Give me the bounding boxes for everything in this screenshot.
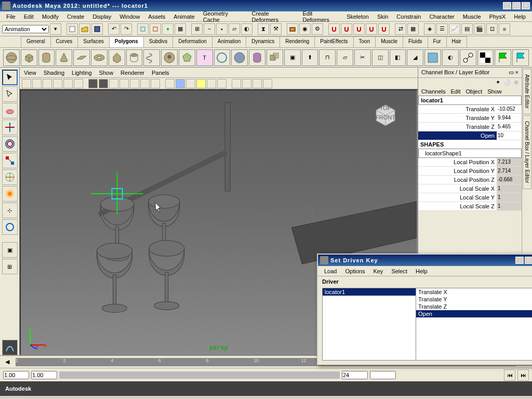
select-comp-icon[interactable] (162, 23, 174, 35)
close-panel-icon[interactable]: × (515, 69, 518, 75)
vp-shaded-icon[interactable] (176, 79, 185, 88)
vp-select-cam-icon[interactable] (22, 79, 31, 88)
show-manip-tool[interactable]: ⊹ (2, 203, 18, 218)
select-obj-icon[interactable] (150, 23, 161, 35)
universal-tool[interactable] (2, 169, 18, 185)
split-icon[interactable]: ✂ (354, 49, 371, 66)
vp-wireframe-icon[interactable] (165, 79, 175, 88)
dropdown-icon[interactable]: ▾ (50, 23, 61, 35)
select-tool[interactable] (2, 70, 18, 85)
poly-plane-icon[interactable] (73, 49, 90, 66)
channel-row[interactable]: Local Scale Z1 (418, 202, 522, 211)
move-tool[interactable] (2, 119, 18, 135)
vp-grease-icon[interactable] (74, 79, 83, 88)
menu-assets[interactable]: Assets (144, 12, 169, 21)
hyperbolic-icon[interactable]: ⊕ (514, 79, 518, 86)
channel-row[interactable]: Translate Y9.944 (418, 114, 522, 123)
poly-cylinder2-icon[interactable] (249, 49, 265, 66)
sdk-driver-item[interactable]: locator1 (323, 288, 416, 296)
construction-icon[interactable]: ⚒ (270, 23, 282, 35)
new-scene-icon[interactable] (66, 23, 78, 35)
open-icon[interactable] (79, 23, 90, 35)
sdk-menu-select[interactable]: Select (387, 267, 411, 275)
snap-plane-icon[interactable]: ▱ (229, 23, 240, 35)
mask-icon[interactable]: ▦ (175, 23, 186, 35)
redo-icon[interactable]: ↷ (121, 23, 132, 35)
sdk-menu-help[interactable]: Help (411, 267, 432, 275)
menu-constrain[interactable]: Constrain (392, 12, 425, 21)
select-hier-icon[interactable] (137, 23, 149, 35)
channel-row[interactable]: Local Position X7.213 (418, 158, 522, 167)
menu-skin[interactable]: Skin (373, 12, 392, 21)
range-min-field[interactable] (31, 371, 57, 379)
range-max-field[interactable] (342, 371, 368, 379)
bridge-icon[interactable]: ⊓ (319, 49, 336, 66)
maximize-button[interactable]: □ (512, 2, 521, 9)
undock-icon[interactable]: ▭ (509, 69, 514, 75)
poly-sphere-icon[interactable] (3, 49, 20, 66)
play-start-icon[interactable]: ⏮ (504, 369, 515, 381)
sdk-attr-item[interactable]: Translate Z (416, 303, 532, 310)
play-end-icon[interactable]: ⏭ (517, 369, 529, 381)
minimize-button[interactable]: _ (503, 2, 511, 9)
menu-file[interactable]: File (2, 12, 20, 21)
vp-isolate-icon[interactable] (232, 79, 241, 88)
shelf-tab-fur[interactable]: Fur (428, 36, 447, 47)
range-bar[interactable] (59, 371, 340, 379)
layout-icon[interactable]: ▦ (407, 23, 419, 35)
snap-grid-icon[interactable]: ⊞ (191, 23, 203, 35)
snap-point-icon[interactable]: • (216, 23, 228, 35)
shelf-tab-fluids[interactable]: Fluids (403, 36, 428, 47)
manip-icon[interactable]: ✦ (496, 79, 500, 86)
hypershade-icon[interactable]: ◈ (424, 23, 435, 35)
outliner-icon[interactable]: ☰ (436, 23, 448, 35)
clip-icon[interactable]: 🎬 (474, 23, 485, 35)
sdk-attr-list[interactable]: Translate XTranslate YTranslate ZOpen (416, 288, 532, 360)
sculpt-icon[interactable] (214, 49, 231, 66)
sdk-menu-key[interactable]: Key (369, 267, 387, 275)
menu-create[interactable]: Create (63, 12, 88, 21)
view-cube[interactable]: TOP FRONT (370, 101, 401, 127)
speed-icon[interactable]: ⚪ (503, 79, 511, 86)
poly-pipe-icon[interactable] (126, 49, 143, 66)
shelf-tab-toon[interactable]: Toon (353, 36, 376, 47)
flag2-icon[interactable] (512, 49, 529, 66)
shelf-tab-rendering[interactable]: Rendering (280, 36, 315, 47)
view-menu-view[interactable]: View (24, 70, 36, 76)
four-view-icon[interactable]: ⊞ (2, 259, 18, 274)
poly-cube-icon[interactable] (21, 49, 37, 66)
sdk-attr-item[interactable]: Open (416, 310, 532, 317)
lasso-tool[interactable] (2, 86, 18, 102)
channel-object-name[interactable]: locator1 (418, 96, 522, 105)
vp-lock-cam-icon[interactable] (32, 79, 42, 88)
shelf-tab-muscle[interactable]: Muscle (375, 36, 403, 47)
cb-menu-edit[interactable]: Edit (450, 88, 460, 95)
extrude-icon[interactable]: ⬆ (302, 49, 318, 66)
append-icon[interactable]: ▱ (337, 49, 353, 66)
sdk-minimize-button[interactable]: _ (515, 257, 524, 264)
vp-grid-icon[interactable] (88, 79, 98, 88)
render-settings-icon[interactable]: ⚙ (312, 23, 323, 35)
magnet2-icon[interactable] (341, 23, 352, 35)
magnet3-icon[interactable] (353, 23, 365, 35)
magnet4-icon[interactable] (366, 23, 377, 35)
menu-display[interactable]: Display (88, 12, 115, 21)
vp-2d-pan-icon[interactable] (63, 79, 73, 88)
cb-menu-channels[interactable]: Channels (421, 88, 445, 95)
poly-prism-icon[interactable] (109, 49, 125, 66)
vp-textured-icon[interactable] (186, 79, 195, 88)
range-end-field[interactable] (370, 371, 396, 379)
scale-tool[interactable] (2, 153, 18, 168)
mode-selector[interactable]: Animation (2, 25, 49, 33)
channel-row[interactable]: Open10 (418, 131, 522, 140)
snap-live-icon[interactable]: ◐ (241, 23, 252, 35)
vp-shadows-icon[interactable] (207, 79, 216, 88)
inout-icon[interactable]: ⇄ (395, 23, 406, 35)
shelf-tab-animation[interactable]: Animation (212, 36, 246, 47)
sdk-attr-item[interactable]: Translate X (416, 288, 532, 296)
insert-loop-icon[interactable]: ◫ (372, 49, 389, 66)
vp-xray-icon[interactable] (242, 79, 251, 88)
vp-safe-action-icon[interactable] (140, 79, 150, 88)
offset-loop-icon[interactable]: ◧ (390, 49, 406, 66)
channel-row[interactable]: Local Position Y2.714 (418, 167, 522, 176)
